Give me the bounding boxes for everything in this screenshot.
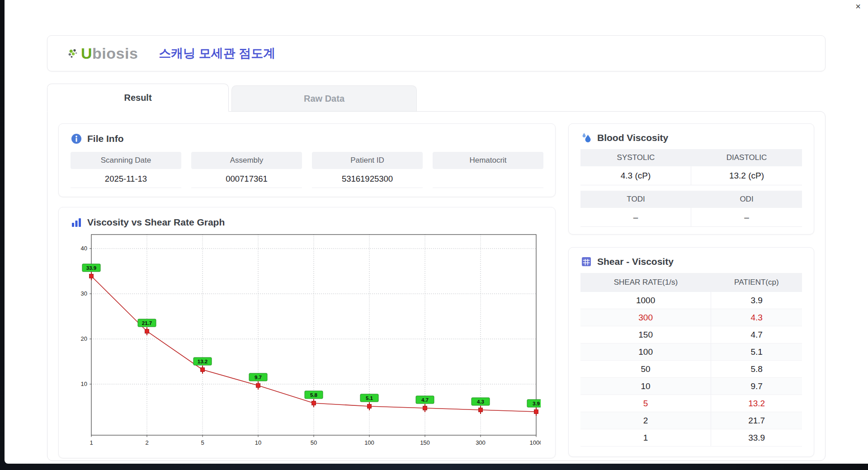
spacer <box>580 185 802 191</box>
svg-text:40: 40 <box>81 245 87 252</box>
table-row: 505.8 <box>580 361 802 378</box>
svg-text:9.7: 9.7 <box>255 375 262 380</box>
shear-rate-cell: 5 <box>580 395 711 412</box>
tab-result[interactable]: Result <box>47 84 229 112</box>
droplet-icon <box>580 132 592 144</box>
shear-viscosity-card: Shear - Viscosity SHEAR RATE(1/s) PATIEN… <box>568 247 814 457</box>
patient-value-cell: 21.7 <box>711 412 802 429</box>
svg-text:4.3: 4.3 <box>477 399 484 404</box>
logo-letters-rest: biosis <box>92 45 138 62</box>
left-column: File Info Scanning Date 2025-11-13 Assem… <box>58 123 556 457</box>
table-row: 10003.9 <box>580 292 802 309</box>
svg-text:33.9: 33.9 <box>86 265 96 271</box>
viscosity-graph-card: Viscosity vs Shear Rate Graph 1020304012… <box>58 207 556 458</box>
shear-rate-cell: 150 <box>580 326 711 343</box>
svg-text:5.1: 5.1 <box>366 395 373 401</box>
patient-column-header: PATIENT(cp) <box>711 273 802 292</box>
table-row: 1504.7 <box>580 326 802 343</box>
field-label: Hematocrit <box>433 152 543 169</box>
svg-text:100: 100 <box>364 439 374 446</box>
header-card: Ubiosis 스캐닝 모세관 점도계 <box>47 35 826 71</box>
patient-value-cell: 9.7 <box>711 378 802 395</box>
table-row: 3004.3 <box>580 309 802 326</box>
shear-table-body: 10003.93004.31504.71005.1505.8109.7513.2… <box>580 292 802 446</box>
info-icon <box>71 133 82 145</box>
ubiosis-logo: Ubiosis <box>67 45 138 62</box>
result-panel: File Info Scanning Date 2025-11-13 Assem… <box>47 111 826 461</box>
field-hematocrit: Hematocrit <box>433 152 543 188</box>
svg-text:20: 20 <box>81 335 87 342</box>
svg-text:10: 10 <box>255 439 261 446</box>
logo-text: Ubiosis <box>81 45 138 62</box>
odi-value: – <box>691 208 802 227</box>
blood-viscosity-grid: SYSTOLIC DIASTOLIC 4.3 (cP) 13.2 (cP) TO… <box>580 149 802 227</box>
field-value: 53161925300 <box>312 169 423 188</box>
systolic-value: 4.3 (cP) <box>580 166 691 185</box>
bar-chart-icon <box>71 216 82 228</box>
field-label: Assembly <box>191 152 302 169</box>
field-value: 2025-11-13 <box>71 169 181 188</box>
field-label: Scanning Date <box>71 152 181 169</box>
blood-viscosity-title: Blood Viscosity <box>597 132 668 143</box>
right-column: Blood Viscosity SYSTOLIC DIASTOLIC 4.3 (… <box>568 123 814 457</box>
diastolic-value: 13.2 (cP) <box>691 166 802 185</box>
graph-title: Viscosity vs Shear Rate Graph <box>87 217 225 228</box>
field-label: Patient ID <box>312 152 423 169</box>
logo-letter-u: U <box>81 45 92 62</box>
svg-text:30: 30 <box>81 290 87 297</box>
svg-text:1: 1 <box>90 439 93 446</box>
file-info-title: File Info <box>87 133 124 144</box>
tab-raw-data[interactable]: Raw Data <box>231 85 417 111</box>
svg-text:4.7: 4.7 <box>421 397 429 403</box>
shear-rate-cell: 50 <box>580 361 711 378</box>
todi-label: TODI <box>580 191 691 208</box>
table-row: 133.9 <box>580 429 802 446</box>
svg-text:5: 5 <box>201 439 204 446</box>
shear-table: SHEAR RATE(1/s) PATIENT(cp) 10003.93004.… <box>580 273 802 446</box>
svg-text:150: 150 <box>420 439 430 446</box>
table-row: 513.2 <box>580 395 802 412</box>
field-scanning-date: Scanning Date 2025-11-13 <box>71 152 181 188</box>
tab-bar: Result Raw Data <box>47 83 826 111</box>
patient-value-cell: 13.2 <box>711 395 802 412</box>
svg-text:13.2: 13.2 <box>198 359 208 364</box>
file-info-fields: Scanning Date 2025-11-13 Assembly 000717… <box>71 152 543 188</box>
patient-value-cell: 5.8 <box>711 361 802 378</box>
viscosity-chart: 102030401251050100150300100033.921.713.2… <box>71 231 541 456</box>
patient-value-cell: 3.9 <box>711 292 802 309</box>
table-row: 221.7 <box>580 412 802 429</box>
svg-text:3.9: 3.9 <box>533 401 540 406</box>
table-icon <box>580 256 592 268</box>
shear-rate-column-header: SHEAR RATE(1/s) <box>580 273 711 292</box>
patient-value-cell: 4.3 <box>711 309 802 326</box>
table-row: 109.7 <box>580 378 802 395</box>
shear-viscosity-title: Shear - Viscosity <box>597 256 674 267</box>
shear-rate-cell: 300 <box>580 309 711 326</box>
odi-label: ODI <box>691 191 802 208</box>
app-window: × Ubiosis 스캐닝 모세관 점도계 Result <box>5 0 868 464</box>
shear-rate-cell: 10 <box>580 378 711 395</box>
patient-value-cell: 4.7 <box>711 326 802 343</box>
field-value <box>433 169 543 188</box>
field-value: 000717361 <box>191 169 302 188</box>
logo-dots-icon <box>67 47 79 59</box>
shear-rate-cell: 1000 <box>580 292 711 309</box>
main-content: Ubiosis 스캐닝 모세관 점도계 Result Raw Data <box>5 35 868 461</box>
table-row: 1005.1 <box>580 343 802 361</box>
shear-table-header: SHEAR RATE(1/s) PATIENT(cp) <box>580 273 802 292</box>
svg-text:2: 2 <box>145 439 148 446</box>
close-icon[interactable]: × <box>855 1 861 12</box>
field-patient-id: Patient ID 53161925300 <box>312 152 423 188</box>
file-info-card: File Info Scanning Date 2025-11-13 Assem… <box>58 123 556 197</box>
page-title: 스캐닝 모세관 점도계 <box>159 45 275 61</box>
chart-area: 102030401251050100150300100033.921.713.2… <box>71 231 543 458</box>
svg-text:50: 50 <box>311 439 317 446</box>
patient-value-cell: 5.1 <box>711 343 802 361</box>
shear-rate-cell: 2 <box>580 412 711 429</box>
svg-text:1000: 1000 <box>530 439 541 446</box>
systolic-label: SYSTOLIC <box>580 149 691 166</box>
shear-rate-cell: 100 <box>580 343 711 361</box>
svg-text:21.7: 21.7 <box>142 320 152 326</box>
diastolic-label: DIASTOLIC <box>691 149 802 166</box>
blood-viscosity-card: Blood Viscosity SYSTOLIC DIASTOLIC 4.3 (… <box>568 123 814 235</box>
